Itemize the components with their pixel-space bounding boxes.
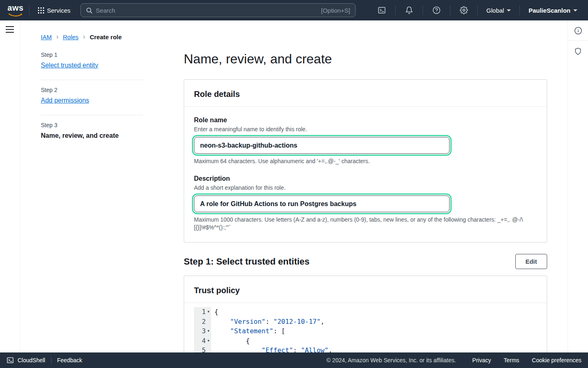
chevron-down-icon xyxy=(573,9,577,11)
review-section-title: Step 1: Select trusted entities xyxy=(184,256,310,267)
footer-links: PrivacyTermsCookie preferences xyxy=(472,357,581,364)
description-input[interactable] xyxy=(194,195,450,212)
global-search-box[interactable]: [Option+S] xyxy=(80,3,356,17)
description-label: Description xyxy=(194,175,537,182)
line-number-gutter: 3▾ xyxy=(194,326,211,336)
feedback-button[interactable]: Feedback xyxy=(57,357,82,364)
shield-icon xyxy=(574,47,582,55)
footer-link[interactable]: Cookie preferences xyxy=(532,357,581,364)
help-icon xyxy=(432,6,441,14)
code-line: 2 "Version": "2012-10-17", xyxy=(194,317,537,327)
description-field: Description Add a short explanation for … xyxy=(194,175,537,231)
breadcrumb: IAM›Roles›Create role xyxy=(41,33,122,40)
step-title-link[interactable]: Select trusted entity xyxy=(41,62,98,69)
footer-link[interactable]: Privacy xyxy=(472,357,491,364)
role-details-card-body: Role name Enter a meaningful name to ide… xyxy=(184,107,547,242)
help-button[interactable] xyxy=(427,3,446,17)
footer-right-group: © 2024, Amazon Web Services, Inc. or its… xyxy=(326,357,581,364)
code-line: 1▾{ xyxy=(194,307,537,317)
role-details-title: Role details xyxy=(194,90,537,99)
description-hint: Add a short explanation for this role. xyxy=(194,184,537,191)
trust-policy-editor[interactable]: 1▾{2 "Version": "2012-10-17",3▾ "Stateme… xyxy=(194,307,537,355)
role-details-card: Role details Role name Enter a meaningfu… xyxy=(184,79,547,242)
code-line: 4▾ { xyxy=(194,336,537,346)
step-group: Step 3Name, review, and create xyxy=(41,115,143,150)
role-details-card-header: Role details xyxy=(184,80,547,107)
footer-divider xyxy=(51,357,51,364)
breadcrumb-separator: › xyxy=(56,33,58,40)
breadcrumb-item[interactable]: Roles xyxy=(63,34,78,40)
footer-link[interactable]: Terms xyxy=(503,357,519,364)
chevron-down-icon xyxy=(507,9,511,11)
step-group: Step 2Add permissions xyxy=(41,80,143,115)
search-shortcut-hint: [Option+S] xyxy=(321,7,350,14)
step-title-link[interactable]: Add permissions xyxy=(41,97,89,104)
step-number-label: Step 1 xyxy=(41,52,143,58)
step-number-label: Step 2 xyxy=(41,87,143,93)
breadcrumb-item[interactable]: IAM xyxy=(41,34,52,40)
aws-smile-icon xyxy=(9,13,22,17)
info-panel-button[interactable] xyxy=(568,20,588,41)
settings-button[interactable] xyxy=(454,3,474,17)
aws-logo-text: aws xyxy=(6,3,25,13)
line-number-gutter: 1▾ xyxy=(194,307,211,317)
line-number-gutter: 2 xyxy=(194,317,211,327)
main-content: Name, review, and create Role details Ro… xyxy=(184,51,547,368)
nav-divider xyxy=(423,5,423,15)
top-navigation-bar: aws Services [Option+S] xyxy=(0,0,588,20)
step-title-current: Name, review, and create xyxy=(41,132,143,139)
cloudshell-footer-button[interactable]: CloudShell xyxy=(7,357,45,364)
wizard-steps-nav: Step 1Select trusted entityStep 2Add per… xyxy=(41,50,143,150)
copyright-text: © 2024, Amazon Web Services, Inc. or its… xyxy=(326,357,456,364)
role-name-constraint: Maximum 64 characters. Use alphanumeric … xyxy=(194,157,537,165)
aws-console-screen: aws Services [Option+S] xyxy=(0,0,588,368)
code-line: 3▾ "Statement": [ xyxy=(194,326,537,336)
account-menu[interactable]: PaulieScanlon xyxy=(523,3,582,17)
fold-caret-icon[interactable]: ▾ xyxy=(206,307,211,317)
region-label: Global xyxy=(486,7,504,14)
feedback-label: Feedback xyxy=(57,357,82,364)
description-constraint: Maximum 1000 characters. Use letters (A-… xyxy=(194,216,537,231)
right-tools-rail xyxy=(568,20,588,352)
step-group: Step 1Select trusted entity xyxy=(41,50,143,80)
services-menu-button[interactable]: Services xyxy=(33,3,76,17)
search-input[interactable] xyxy=(96,7,318,14)
nav-divider xyxy=(29,5,29,15)
footer: CloudShell Feedback © 2024, Amazon Web S… xyxy=(0,352,588,368)
nav-divider xyxy=(450,5,450,15)
edit-button[interactable]: Edit xyxy=(515,254,547,269)
page-title: Name, review, and create xyxy=(184,51,547,67)
trust-policy-title: Trust policy xyxy=(194,286,537,295)
footer-left-group: CloudShell Feedback xyxy=(7,357,82,364)
review-section-header: Step 1: Select trusted entities Edit xyxy=(184,254,547,269)
services-label: Services xyxy=(47,7,71,14)
breadcrumb-item: Create role xyxy=(90,34,122,40)
role-name-hint: Enter a meaningful name to identify this… xyxy=(194,126,537,132)
role-name-label: Role name xyxy=(194,117,537,124)
terminal-icon xyxy=(378,6,386,14)
aws-logo[interactable]: aws xyxy=(6,3,25,18)
role-name-input[interactable] xyxy=(194,137,450,154)
notifications-button[interactable] xyxy=(399,3,419,17)
top-nav-right-group: Global PaulieScanlon xyxy=(372,3,582,17)
account-label: PaulieScanlon xyxy=(528,7,570,14)
role-name-field: Role name Enter a meaningful name to ide… xyxy=(194,117,537,165)
services-grid-icon xyxy=(38,7,44,13)
gear-icon xyxy=(460,6,468,14)
terminal-icon xyxy=(7,357,14,364)
line-number-gutter: 4▾ xyxy=(194,336,211,346)
cloudshell-button[interactable] xyxy=(372,3,392,17)
step-number-label: Step 3 xyxy=(41,122,143,128)
nav-divider xyxy=(477,5,478,15)
fold-caret-icon[interactable]: ▾ xyxy=(206,326,211,336)
fold-caret-icon[interactable]: ▾ xyxy=(206,336,211,346)
info-icon xyxy=(574,27,582,35)
nav-divider xyxy=(395,5,396,15)
breadcrumb-separator: › xyxy=(83,33,85,40)
search-icon xyxy=(86,7,93,14)
hamburger-menu-button[interactable] xyxy=(6,26,14,33)
security-panel-button[interactable] xyxy=(568,41,588,61)
trust-policy-card-header: Trust policy xyxy=(184,276,547,303)
cloudshell-label: CloudShell xyxy=(18,357,45,364)
region-selector[interactable]: Global xyxy=(481,3,516,17)
